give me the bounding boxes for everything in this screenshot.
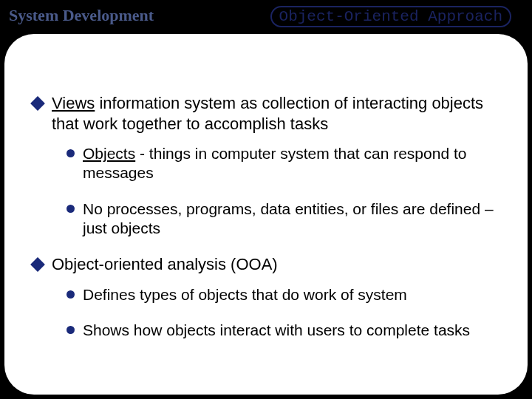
bullet-1-subs: Objects - things in computer system that… [66, 144, 505, 238]
slide-body: Views information system as collection o… [33, 93, 505, 356]
bullet-2-text: Object-oriented analysis (OOA) [52, 255, 278, 273]
bullet-2-sub-2: Shows how objects interact with users to… [66, 321, 505, 340]
content-panel: Views information system as collection o… [4, 34, 528, 395]
disc-icon [66, 326, 75, 334]
bullet-2-subs: Defines types of objects that do work of… [66, 285, 505, 341]
bullet-1-sub-1-rest: - things in computer system that can res… [83, 145, 466, 181]
disc-icon [66, 290, 75, 299]
bullet-1-sub-1-lead: Objects [83, 145, 135, 162]
disc-icon [66, 205, 75, 213]
bullet-2: Object-oriented analysis (OOA) [33, 254, 505, 275]
diamond-icon [30, 96, 45, 111]
bullet-2-sub-1: Defines types of objects that do work of… [66, 285, 505, 304]
header-right: Object-Oriented Approach [270, 6, 511, 27]
slide: System Development Object-Oriented Appro… [0, 0, 532, 399]
bullet-1-rest: information system as collection of inte… [52, 94, 483, 133]
disc-icon [66, 149, 75, 157]
bullet-1-sub-1: Objects - things in computer system that… [66, 144, 505, 183]
bullet-2-sub-1-text: Defines types of objects that do work of… [83, 286, 407, 303]
diamond-icon [30, 257, 45, 272]
bullet-2-sub-2-text: Shows how objects interact with users to… [83, 321, 470, 338]
bullet-1: Views information system as collection o… [33, 93, 505, 134]
bullet-1-sub-2: No processes, programs, data entities, o… [66, 200, 505, 239]
bullet-1-lead: Views [52, 94, 95, 112]
header-left: System Development [9, 6, 154, 25]
bullet-1-sub-2-text: No processes, programs, data entities, o… [83, 200, 494, 236]
